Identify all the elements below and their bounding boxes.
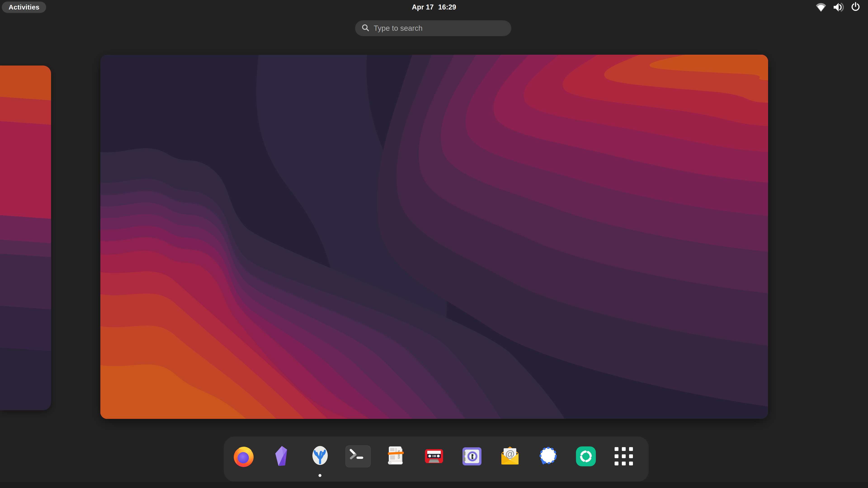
system-tray[interactable] [815, 0, 861, 14]
wallpaper-image [100, 55, 768, 419]
dock-item-newsflash[interactable]: NEWS [382, 443, 410, 470]
dock-item-signal[interactable] [534, 443, 561, 470]
dock-item-firefox[interactable] [230, 443, 257, 470]
search-bar[interactable] [355, 20, 511, 36]
dash-dock: NEWS [224, 436, 649, 482]
app-grid-icon [614, 447, 634, 466]
top-bar: Activities Apr 17 16:29 [0, 0, 868, 14]
dock-item-1password[interactable] [458, 443, 486, 470]
obsidian-icon [270, 445, 293, 468]
signal-icon [536, 445, 560, 468]
dock-item-element[interactable] [572, 443, 599, 470]
search-input[interactable] [373, 24, 501, 33]
firefox-icon [232, 445, 255, 468]
running-indicator-dot [318, 474, 321, 477]
workspace-thumbnail-current[interactable] [100, 55, 768, 419]
dock-item-mail[interactable]: @ [496, 443, 524, 470]
workspace-thumbnail-left[interactable] [0, 66, 51, 410]
wifi-icon [815, 1, 827, 13]
volume-icon [833, 1, 844, 13]
element-icon [574, 445, 598, 468]
terminal-icon [345, 445, 371, 468]
power-icon [850, 1, 861, 13]
dock-item-app-grid[interactable] [610, 443, 638, 470]
gnome-activities-overview: Activities Apr 17 16:29 [0, 0, 868, 488]
dock-item-cassette[interactable] [421, 443, 447, 470]
cassette-icon [422, 445, 446, 468]
password-safe-icon [460, 445, 484, 468]
news-reader-icon: NEWS [384, 445, 408, 468]
clock-button[interactable]: Apr 17 16:29 [0, 0, 868, 14]
dock-item-obsidian[interactable] [268, 443, 296, 470]
search-icon [362, 24, 370, 33]
dock-item-console[interactable] [344, 443, 372, 470]
screen-bottom-edge [0, 482, 868, 488]
svg-text:NEWS: NEWS [397, 450, 401, 459]
dock-item-coral[interactable] [307, 443, 334, 470]
coral-icon [308, 445, 332, 468]
clock-time: 16:29 [438, 3, 456, 11]
clock-date: Apr 17 [412, 3, 434, 11]
mail-icon: @ [498, 445, 522, 468]
